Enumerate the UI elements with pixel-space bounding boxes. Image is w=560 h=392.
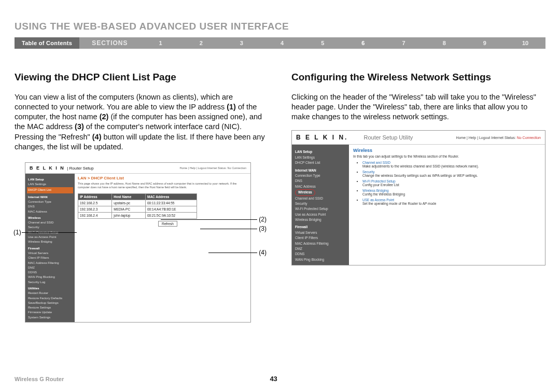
wireless-intro: In this tab you can adjust settings to t…: [353, 155, 541, 158]
section-3[interactable]: 3: [221, 40, 262, 46]
panel-desc: This page shows you the IP address, Host…: [78, 182, 247, 189]
callout-3: (3): [259, 225, 267, 232]
dhcp-table: IP AddressHost NameMAC Address192.168.2.…: [78, 193, 197, 219]
status-line: Home | Help | Logout Internet Status: No…: [179, 166, 246, 170]
belkin-logo-2: B E L K I N.: [296, 134, 348, 141]
section-9[interactable]: 9: [465, 40, 505, 46]
callout-4: (4): [259, 249, 267, 256]
belkin-logo: B E L K I N: [30, 165, 65, 171]
left-column: Viewing the DHCP Client List Page You ca…: [15, 72, 269, 323]
section-10[interactable]: 10: [505, 40, 545, 46]
top-links: Home | Help | Logout Internet Status: No…: [456, 136, 541, 139]
page-number: 43: [270, 375, 277, 383]
left-heading: Viewing the DHCP Client List Page: [15, 72, 269, 83]
wireless-links-list: Channel and SSIDMake adjustments to the …: [353, 161, 541, 205]
wireless-sidebar: LAN SetupLAN SettingsDHCP Client ListInt…: [292, 145, 349, 265]
right-paragraph: Clicking on the header of the "Wireless"…: [291, 92, 545, 122]
section-5[interactable]: 5: [302, 40, 343, 46]
section-6[interactable]: 6: [343, 40, 383, 46]
product-name: Wireless G Router: [15, 376, 64, 382]
left-paragraph: You can view a list of the computers (kn…: [15, 92, 269, 152]
right-heading: Configuring the Wireless Network Setting…: [291, 72, 545, 83]
section-7[interactable]: 7: [383, 40, 424, 46]
section-1[interactable]: 1: [141, 40, 181, 46]
right-column: Configuring the Wireless Network Setting…: [291, 72, 545, 323]
wireless-screenshot: B E L K I N. Router Setup Utility Home |…: [291, 130, 545, 265]
wireless-header: Wireless: [353, 148, 541, 153]
sections-label: SECTIONS: [79, 39, 140, 47]
section-nav: Table of Contents SECTIONS 1 2 3 4 5 6 7…: [15, 37, 545, 49]
dhcp-sidebar: LAN SetupLAN SettingsDHCP Client ListInt…: [25, 174, 75, 322]
page-footer: Wireless G Router 43: [0, 375, 560, 383]
router-setup-label: Router Setup: [69, 166, 94, 171]
chapter-title: USING THE WEB-BASED ADVANCED USER INTERF…: [15, 21, 545, 32]
section-8[interactable]: 8: [424, 40, 465, 46]
section-2[interactable]: 2: [181, 40, 221, 46]
dhcp-screenshot: B E L K I N | Router Setup Home | Help |…: [25, 162, 251, 323]
router-utility-label: Router Setup Utility: [363, 134, 413, 141]
callout-2: (2): [259, 216, 267, 223]
callout-1: (1): [13, 229, 21, 236]
refresh-button[interactable]: Refresh: [158, 221, 177, 227]
section-4[interactable]: 4: [262, 40, 302, 46]
toc-link[interactable]: Table of Contents: [15, 37, 79, 49]
panel-title: LAN > DHCP Client List: [78, 176, 247, 180]
